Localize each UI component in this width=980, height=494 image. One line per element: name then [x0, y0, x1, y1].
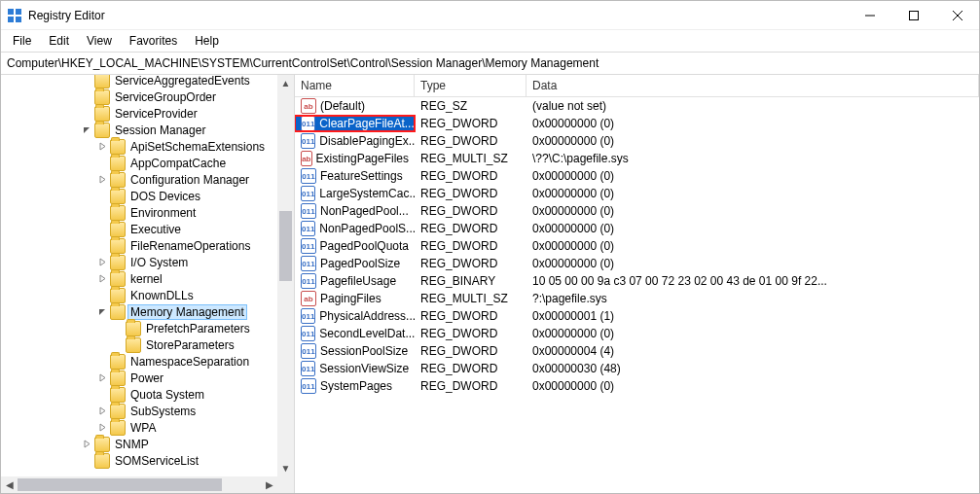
- registry-tree[interactable]: ServiceAggregatedEventsServiceGroupOrder…: [1, 75, 277, 469]
- value-row[interactable]: 011LargeSystemCac...REG_DWORD0x00000000 …: [295, 185, 979, 202]
- tree-item[interactable]: ServiceAggregatedEvents: [1, 75, 277, 88]
- folder-icon: [110, 370, 126, 386]
- tree-item[interactable]: Environment: [1, 204, 277, 221]
- tree-item[interactable]: FileRenameOperations: [1, 237, 277, 254]
- menu-file[interactable]: File: [5, 32, 39, 50]
- value-row[interactable]: 011PagefileUsageREG_BINARY10 05 00 00 9a…: [295, 272, 979, 290]
- tree-item-label: Configuration Manager: [128, 173, 251, 187]
- value-row[interactable]: 011FeatureSettingsREG_DWORD0x00000000 (0…: [295, 167, 979, 185]
- scroll-right-icon[interactable]: ▶: [261, 476, 277, 493]
- value-type-cell: REG_MULTI_SZ: [415, 292, 526, 305]
- expander-open-icon[interactable]: [94, 307, 110, 316]
- column-name[interactable]: Name: [295, 75, 415, 96]
- folder-icon: [94, 89, 110, 105]
- column-type[interactable]: Type: [415, 75, 526, 96]
- expander-closed-icon[interactable]: [94, 406, 110, 415]
- numeric-value-icon: 011: [301, 203, 316, 219]
- expander-closed-icon[interactable]: [94, 373, 110, 382]
- tree-item[interactable]: PrefetchParameters: [1, 320, 277, 336]
- value-row[interactable]: 011DisablePagingEx...REG_DWORD0x00000000…: [295, 132, 979, 150]
- value-data-cell: 10 05 00 00 9a c3 07 00 72 23 02 00 43 d…: [526, 274, 979, 288]
- value-row[interactable]: 011ClearPageFileAt...REG_DWORD0x00000000…: [295, 115, 979, 132]
- tree-item[interactable]: Power: [1, 370, 277, 386]
- value-name: PagingFiles: [320, 292, 381, 305]
- tree-item[interactable]: StoreParameters: [1, 336, 277, 353]
- tree-item[interactable]: I/O System: [1, 254, 277, 270]
- menu-help[interactable]: Help: [187, 32, 227, 50]
- svg-rect-2: [8, 17, 14, 22]
- tree-item[interactable]: ApiSetSchemaExtensions: [1, 138, 277, 155]
- tree-item[interactable]: SubSystems: [1, 403, 277, 419]
- expander-closed-icon[interactable]: [94, 258, 110, 266]
- value-type-cell: REG_DWORD: [415, 379, 526, 393]
- value-row[interactable]: 011SessionPoolSizeREG_DWORD0x00000004 (4…: [295, 342, 979, 360]
- value-type-cell: REG_DWORD: [415, 309, 526, 323]
- tree-vertical-scrollbar[interactable]: ▲ ▼: [277, 75, 294, 476]
- menu-edit[interactable]: Edit: [41, 32, 77, 50]
- folder-icon: [110, 288, 126, 303]
- tree-item[interactable]: ServiceGroupOrder: [1, 88, 277, 105]
- close-button[interactable]: [935, 1, 979, 29]
- column-data[interactable]: Data: [526, 75, 979, 96]
- tree-item[interactable]: Memory Management: [1, 303, 277, 320]
- value-row[interactable]: 011NonPagedPool...REG_DWORD0x00000000 (0…: [295, 202, 979, 220]
- svg-rect-1: [16, 9, 21, 15]
- value-row[interactable]: abPagingFilesREG_MULTI_SZ?:\pagefile.sys: [295, 290, 979, 307]
- value-row[interactable]: 011PhysicalAddress...REG_DWORD0x00000001…: [295, 307, 979, 325]
- value-type-cell: REG_SZ: [415, 99, 526, 113]
- values-list[interactable]: ab(Default)REG_SZ(value not set)011Clear…: [295, 97, 979, 493]
- scroll-thumb[interactable]: [18, 478, 222, 491]
- tree-item-label: SNMP: [113, 438, 151, 451]
- value-row[interactable]: 011PagedPoolQuotaREG_DWORD0x00000000 (0): [295, 237, 979, 255]
- value-data-cell: ?:\pagefile.sys: [526, 292, 979, 305]
- value-name: SessionPoolSize: [320, 344, 408, 358]
- menu-view[interactable]: View: [79, 32, 120, 50]
- value-name-cell: abExistingPageFiles: [295, 151, 415, 166]
- scroll-thumb[interactable]: [279, 211, 292, 281]
- value-row[interactable]: ab(Default)REG_SZ(value not set): [295, 97, 979, 115]
- scroll-down-icon[interactable]: ▼: [277, 460, 294, 476]
- expander-closed-icon[interactable]: [94, 142, 110, 151]
- value-name: ExistingPageFiles: [316, 152, 409, 165]
- tree-item[interactable]: AppCompatCache: [1, 155, 277, 171]
- value-row[interactable]: 011PagedPoolSizeREG_DWORD0x00000000 (0): [295, 255, 979, 272]
- value-data-cell: 0x00000000 (0): [526, 222, 979, 235]
- minimize-button[interactable]: [848, 1, 891, 29]
- maximize-button[interactable]: [891, 1, 935, 29]
- tree-item[interactable]: NamespaceSeparation: [1, 353, 277, 370]
- value-row[interactable]: 011SessionViewSizeREG_DWORD0x00000030 (4…: [295, 360, 979, 377]
- tree-item[interactable]: WPA: [1, 419, 277, 436]
- value-row[interactable]: abExistingPageFilesREG_MULTI_SZ\??\C:\pa…: [295, 150, 979, 167]
- numeric-value-icon: 011: [301, 221, 315, 236]
- value-name-cell: 011PagefileUsage: [295, 273, 415, 289]
- svg-rect-5: [909, 11, 918, 19]
- value-row[interactable]: 011SystemPagesREG_DWORD0x00000000 (0): [295, 377, 979, 395]
- tree-item[interactable]: DOS Devices: [1, 188, 277, 204]
- tree-item[interactable]: SNMP: [1, 436, 277, 452]
- scroll-up-icon[interactable]: ▲: [277, 75, 294, 91]
- tree-horizontal-scrollbar[interactable]: ◀ ▶: [1, 476, 277, 493]
- expander-closed-icon[interactable]: [94, 175, 110, 184]
- value-row[interactable]: 011NonPagedPoolS...REG_DWORD0x00000000 (…: [295, 220, 979, 237]
- scroll-left-icon[interactable]: ◀: [1, 476, 18, 493]
- tree-item[interactable]: Configuration Manager: [1, 171, 277, 188]
- menu-favorites[interactable]: Favorites: [122, 32, 185, 50]
- folder-icon: [110, 271, 126, 287]
- numeric-value-icon: 011: [301, 256, 316, 271]
- expander-closed-icon[interactable]: [94, 274, 110, 283]
- tree-item[interactable]: Executive: [1, 221, 277, 237]
- expander-closed-icon[interactable]: [94, 423, 110, 432]
- tree-item[interactable]: ServiceProvider: [1, 105, 277, 122]
- tree-item[interactable]: KnownDLLs: [1, 287, 277, 303]
- tree-item[interactable]: Quota System: [1, 386, 277, 403]
- titlebar[interactable]: Registry Editor: [1, 1, 979, 30]
- expander-closed-icon[interactable]: [79, 440, 94, 448]
- address-bar[interactable]: Computer\HKEY_LOCAL_MACHINE\SYSTEM\Curre…: [1, 52, 979, 75]
- expander-open-icon[interactable]: [79, 125, 94, 134]
- tree-item[interactable]: kernel: [1, 270, 277, 287]
- tree-item[interactable]: Session Manager: [1, 122, 277, 138]
- registry-editor-window: Registry Editor File Edit View Favorites…: [0, 0, 980, 494]
- list-header[interactable]: Name Type Data: [295, 75, 979, 97]
- tree-item[interactable]: SOMServiceList: [1, 452, 277, 469]
- value-row[interactable]: 011SecondLevelDat...REG_DWORD0x00000000 …: [295, 325, 979, 342]
